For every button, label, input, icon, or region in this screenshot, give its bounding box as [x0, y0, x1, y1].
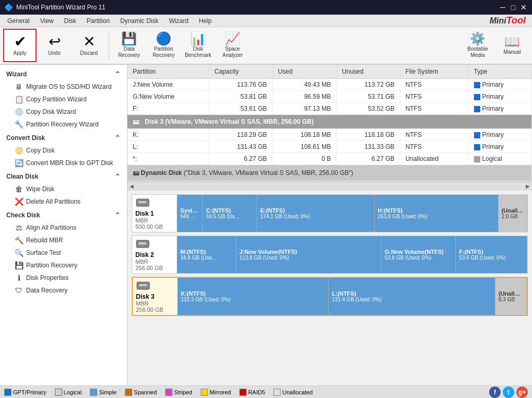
- nav-right[interactable]: ▶: [526, 183, 530, 189]
- menu-dynamic-disk[interactable]: Dynamic Disk: [115, 16, 164, 26]
- part-sub: 131.4 GB (Used: 0%): [332, 297, 492, 302]
- sidebar-item-copy-partition[interactable]: 📋 Copy Partition Wizard: [0, 93, 127, 106]
- cell-type: Logical: [468, 153, 531, 165]
- cell-used: 108.61 MB: [272, 141, 337, 153]
- check-arrow[interactable]: ⌃: [114, 211, 121, 219]
- legend-simple: Simple: [90, 389, 117, 396]
- sidebar-item-copy-disk-2[interactable]: 📀 Copy Disk: [0, 144, 127, 157]
- sidebar-item-delete-partitions[interactable]: ❌ Delete All Partitions: [0, 195, 127, 208]
- table-row[interactable]: J:New Volume 113.76 GB 49.43 MB 113.72 G…: [128, 79, 532, 91]
- partition-recovery-icon: 💾: [15, 261, 23, 270]
- sidebar-item-wipe-disk[interactable]: 🗑 Wipe Disk: [0, 183, 127, 195]
- disk-row-disk1[interactable]: Disk 1 MBR 500.00 GB System Res 549 MB (…: [132, 194, 528, 232]
- menu-wizard[interactable]: Wizard: [164, 16, 193, 26]
- table-row[interactable]: *: 6.27 GB 0 B 6.27 GB Unallocated Logic…: [128, 153, 532, 165]
- sidebar-item-convert-mbr[interactable]: 🔄 Convert MBR Disk to GPT Disk: [0, 157, 127, 169]
- legend-striped-box: [165, 389, 172, 396]
- legend-logical-label: Logical: [64, 389, 82, 395]
- partition-block-disk1-0[interactable]: System Res 549 MB (Use...: [177, 195, 203, 232]
- clean-disk-header[interactable]: Clean Disk ⌃: [0, 169, 127, 183]
- sidebar-item-label: Data Recovery: [26, 287, 67, 294]
- partition-block-disk1-1[interactable]: C:(NTFS) 59.5 GB (Us...: [203, 195, 257, 232]
- wizard-header[interactable]: Wizard ⌃: [0, 67, 127, 80]
- disk-icon-disk2: [135, 238, 174, 251]
- undo-button[interactable]: ↩ Undo: [38, 29, 71, 62]
- table-row[interactable]: L: 131.43 GB 108.61 MB 131.33 GB NTFS Pr…: [128, 141, 532, 153]
- sidebar-item-label: Disk Properties: [26, 274, 68, 282]
- bootable-media-icon: ⚙️: [470, 32, 485, 45]
- disk-name-disk2: Disk 2: [135, 251, 174, 259]
- sidebar-item-label: Surface Test: [26, 249, 61, 256]
- check-disk-header[interactable]: Check Disk ⌃: [0, 208, 127, 221]
- part-sub: 59.5 GB (Us...: [206, 214, 253, 219]
- partition-block-disk2-0[interactable]: M:(NTFS) 34.8 GB (Use...: [177, 236, 236, 273]
- sidebar-item-data-recovery[interactable]: 🛡 Data Recovery: [0, 284, 127, 297]
- convert-disk-header[interactable]: Convert Disk ⌃: [0, 131, 127, 144]
- twitter-icon[interactable]: t: [503, 387, 514, 398]
- main-area: Wizard ⌃ 🖥 Migrate OS to SSD/HD Wizard 📋…: [0, 65, 532, 385]
- partition-block-disk3-2[interactable]: (Unallocate... 6.3 GB: [495, 278, 527, 315]
- facebook-icon[interactable]: f: [489, 387, 501, 398]
- space-analyzer-button[interactable]: 📈 Space Analyzer: [216, 29, 249, 62]
- bootable-media-label: Bootable Media: [463, 46, 492, 58]
- sidebar-item-disk-properties[interactable]: ℹ Disk Properties: [0, 272, 127, 284]
- googleplus-icon[interactable]: g+: [516, 387, 528, 398]
- discard-button[interactable]: ✕ Discard: [72, 29, 106, 62]
- cell-used: 97.13 MB: [272, 103, 337, 115]
- disk-row-disk2[interactable]: Disk 2 MBR 256.00 GB M:(NTFS) 34.8 GB (U…: [132, 236, 528, 274]
- manual-button[interactable]: 📖 Manual: [495, 29, 529, 62]
- convert-arrow[interactable]: ⌃: [114, 134, 121, 142]
- partition-block-disk1-2[interactable]: E:(NTFS) 174.1 GB (Used: 0%): [257, 195, 375, 232]
- menu-general[interactable]: General: [2, 16, 35, 26]
- bootable-media-button[interactable]: ⚙️ Bootable Media: [461, 29, 494, 62]
- legend-unalloc-box: [273, 389, 281, 396]
- data-recovery-button[interactable]: 💾 Data Recovery: [112, 29, 146, 62]
- disk-size-disk2: 256.00 GB: [135, 265, 174, 271]
- table-row[interactable]: K: 118.29 GB 108.18 MB 118.18 GB NTFS Pr…: [128, 129, 532, 141]
- legend-striped: Striped: [165, 389, 192, 396]
- disk-row-disk3[interactable]: Disk 3 MBR 256.00 GB K:(NTFS) 118.3 GB (…: [132, 277, 528, 316]
- sidebar-item-partition-recovery[interactable]: 💾 Partition Recovery: [0, 259, 127, 272]
- menu-partition[interactable]: Partition: [82, 16, 115, 26]
- partition-block-disk2-2[interactable]: G:New Volume(NTFS) 53.8 GB (Used: 0%): [381, 236, 456, 273]
- partition-block-disk3-1[interactable]: L:(NTFS) 131.4 GB (Used: 0%): [329, 278, 495, 315]
- partition-block-disk2-1[interactable]: J:New Volume(NTFS) 113.8 GB (Used: 0%): [236, 236, 381, 273]
- check-label: Check Disk: [6, 212, 40, 219]
- apply-button[interactable]: ✔ Apply: [3, 29, 37, 62]
- partition-block-disk3-0[interactable]: K:(NTFS) 118.3 GB (Used: 0%): [178, 278, 329, 315]
- partition-block-disk1-4[interactable]: (Unallocate... 2.0 GB: [499, 195, 527, 232]
- part-sub: 6.3 GB: [499, 297, 523, 302]
- menu-help[interactable]: Help: [194, 16, 217, 26]
- sidebar-item-rebuild-mbr[interactable]: 🔨 Rebuild MBR: [0, 234, 127, 247]
- cell-used: 108.18 MB: [272, 129, 337, 141]
- disk-scroll-area[interactable]: Disk 1 MBR 500.00 GB System Res 549 MB (…: [128, 190, 532, 385]
- clean-arrow[interactable]: ⌃: [114, 172, 121, 181]
- disk-benchmark-button[interactable]: 📊 Disk Benchmark: [181, 29, 215, 62]
- part-name: (Unallocate...: [502, 207, 524, 214]
- cell-fs: NTFS: [400, 129, 468, 141]
- sidebar-item-align-partitions[interactable]: ⚖ Align All Partitions: [0, 221, 127, 234]
- sidebar-item-surface-test[interactable]: 🔍 Surface Test: [0, 247, 127, 259]
- table-row[interactable]: F: 53.61 GB 97.13 MB 53.52 GB NTFS Prima…: [128, 103, 532, 115]
- sidebar-item-label: Delete All Partitions: [26, 198, 80, 205]
- sidebar-item-copy-disk[interactable]: 💿 Copy Disk Wizard: [0, 106, 127, 118]
- minimize-button[interactable]: ─: [499, 3, 507, 11]
- maximize-button[interactable]: □: [509, 3, 517, 11]
- partition-block-disk2-3[interactable]: F:(NTFS) 53.6 GB (Used: 0%): [456, 236, 527, 273]
- table-row[interactable]: G:New Volume 53.81 GB 96.59 MB 53.71 GB …: [128, 91, 532, 103]
- undo-label: Undo: [48, 50, 61, 56]
- sidebar-item-migrate-os[interactable]: 🖥 Migrate OS to SSD/HD Wizard: [0, 80, 127, 93]
- discard-icon: ✕: [83, 34, 95, 49]
- nav-left[interactable]: ◀: [130, 183, 134, 189]
- menu-disk[interactable]: Disk: [59, 16, 82, 26]
- close-button[interactable]: ✕: [519, 3, 528, 11]
- partition-recovery-button[interactable]: 🔵 Partition Recovery: [147, 29, 180, 62]
- part-sub: 113.8 GB (Used: 0%): [239, 255, 378, 261]
- toolbar-separator-1: [109, 31, 109, 60]
- menu-view[interactable]: View: [35, 16, 59, 26]
- sidebar-item-partition-recovery-wizard[interactable]: 🔧 Partition Recovery Wizard: [0, 118, 127, 131]
- partition-block-disk1-3[interactable]: H:(NTFS) 263.8 GB (Used: 0%): [375, 195, 499, 232]
- wizard-arrow[interactable]: ⌃: [114, 70, 121, 78]
- cell-used: 96.59 MB: [272, 91, 337, 103]
- svg-point-2: [146, 201, 148, 203]
